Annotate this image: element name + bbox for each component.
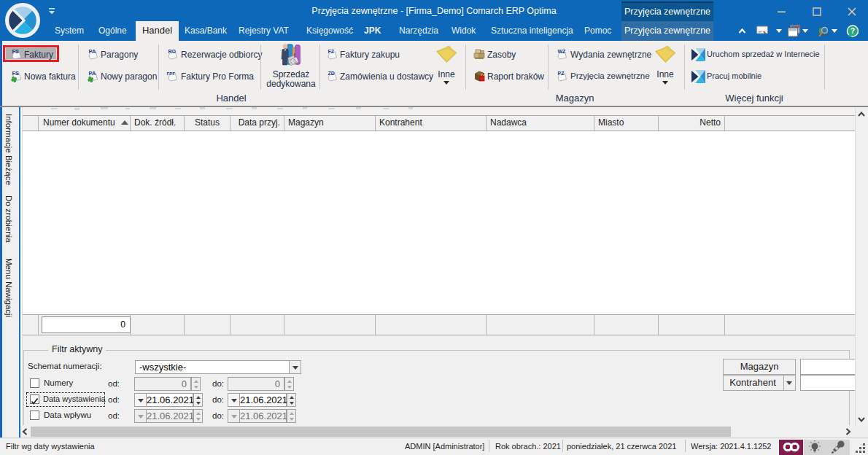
svg-text:PA: PA <box>89 70 96 77</box>
svg-text:FPF: FPF <box>167 71 176 76</box>
svg-text:PZ: PZ <box>558 71 565 76</box>
svg-text:FZ: FZ <box>328 49 335 54</box>
svg-text:ZD: ZD <box>328 71 335 76</box>
svg-text:PA: PA <box>89 48 96 55</box>
svg-text:FS: FS <box>12 70 20 77</box>
svg-text:WZ: WZ <box>558 49 567 54</box>
svg-text:?: ? <box>850 26 855 35</box>
svg-text:FS: FS <box>12 48 20 55</box>
svg-text:RO: RO <box>168 49 177 54</box>
